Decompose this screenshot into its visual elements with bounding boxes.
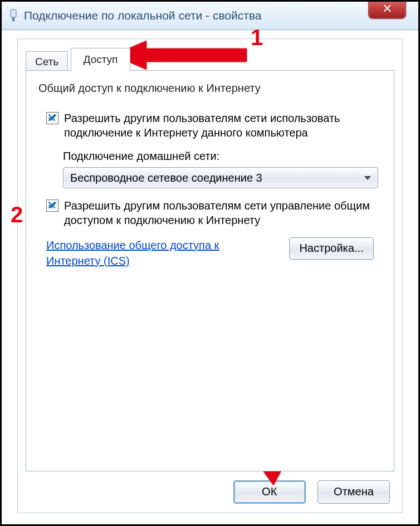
tab-pane-access: Общий доступ к подключению к Интернету Р…: [26, 70, 394, 471]
tab-strip: Сеть Доступ: [26, 48, 394, 70]
svg-rect-0: [11, 9, 16, 17]
label-allow-manage: Разрешить другим пользователям сети упра…: [64, 198, 374, 227]
combo-home-connection[interactable]: Беспроводное сетевое соединение 3: [63, 167, 378, 188]
titlebar: Подключение по локальной сети - свойства…: [2, 2, 418, 30]
tab-network[interactable]: Сеть: [26, 51, 68, 72]
ok-button[interactable]: ОК: [233, 480, 306, 504]
cancel-button[interactable]: Отмена: [318, 480, 390, 504]
dialog-body: Сеть Доступ Общий доступ к подключению к…: [17, 38, 403, 513]
chevron-down-icon: [364, 176, 371, 180]
label-home-connection: Подключение домашней сети:: [63, 150, 374, 163]
group-legend: Общий доступ к подключению к Интернету: [36, 82, 263, 95]
network-adapter-icon: [8, 9, 18, 22]
combo-value: Беспроводное сетевое соединение 3: [70, 172, 262, 184]
label-allow-use: Разрешить другим пользователям сети испо…: [64, 111, 374, 140]
link-ics-help[interactable]: Использование общего доступа к Интернету…: [46, 237, 247, 269]
checkbox-allow-manage[interactable]: [46, 199, 58, 212]
settings-button[interactable]: Настройка...: [289, 237, 374, 260]
close-icon: ✕: [382, 3, 392, 15]
window-title: Подключение по локальной сети - свойства: [24, 9, 261, 22]
row-allow-use: Разрешить другим пользователям сети испо…: [46, 111, 374, 140]
checkbox-allow-use[interactable]: [46, 112, 58, 124]
close-button[interactable]: ✕: [368, 0, 406, 19]
svg-rect-1: [12, 17, 14, 21]
row-allow-manage: Разрешить другим пользователям сети упра…: [46, 198, 374, 227]
tab-access[interactable]: Доступ: [71, 48, 131, 71]
button-bar: ОК Отмена: [224, 480, 390, 504]
group-ics: Общий доступ к подключению к Интернету Р…: [36, 89, 384, 288]
